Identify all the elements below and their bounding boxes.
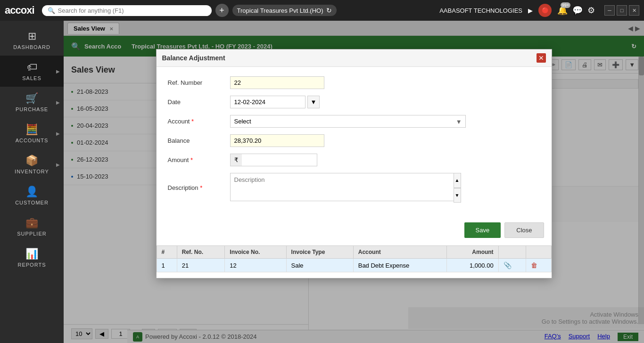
save-button[interactable]: Save [464,222,501,238]
description-textarea[interactable] [230,173,461,201]
account-required: * [191,118,194,125]
arrow-icon: ▶ [528,7,533,14]
cell-ref: 21 [177,259,225,272]
textarea-wrapper: ▲ ▼ [230,173,461,203]
account-select[interactable]: Select [230,115,466,128]
user-company: AABASOFT TECHNOLOGIES [439,7,522,14]
accounts-icon: 🧮 [25,123,38,136]
currency-icon: ₹ [230,154,242,166]
sidebar-label-inventory: INVENTORY [15,169,49,174]
date-input-wrapper: ▼ [230,96,320,108]
balance-row: Balance [168,134,540,147]
minimize-button[interactable]: ─ [604,5,615,16]
notification-area: 🔔99+ 💬 ⚙ [557,5,595,16]
description-label: Description * [168,184,224,191]
sales-arrow-icon: ▶ [56,69,60,74]
search-bar[interactable]: 🔍 [42,5,212,16]
cell-invoice-no: 12 [225,259,286,272]
sidebar-label-accounts: ACCOUNTS [16,138,49,143]
add-button[interactable]: + [215,4,229,17]
company-selector[interactable]: Tropical Treasures Pvt Ltd.(HO) ↻ [232,5,337,16]
sidebar-item-customer[interactable]: 👤 CUSTOMER [0,180,64,211]
table-row: 1 21 12 Sale Bad Debt Expense 1,000.00 📎… [157,259,551,272]
amount-row: Amount * ₹ [168,154,540,166]
col-invoice-type: Invoice Type [286,246,353,259]
restore-button[interactable]: □ [617,5,627,16]
amount-required: * [190,156,193,163]
inventory-icon: 📦 [25,155,38,167]
date-input[interactable] [230,96,305,108]
ref-number-input[interactable] [230,76,324,89]
sidebar-label-customer: CUSTOMER [15,200,49,205]
purchase-icon: 🛒 [25,92,38,105]
modal-table-section: # Ref. No. Invoice No. Invoice Type Acco… [157,245,552,278]
cell-invoice-type: Sale [286,259,353,272]
sidebar-item-dashboard[interactable]: ⊞ DASHBOARD [0,24,64,56]
ref-number-row: Ref. Number [168,76,540,89]
search-input[interactable] [58,7,206,14]
sidebar-item-supplier[interactable]: 💼 SUPPLIER [0,211,64,242]
sidebar-item-sales[interactable]: 🏷 SALES ▶ [0,56,64,87]
close-window-button[interactable]: ✕ [629,5,639,16]
sidebar-item-inventory[interactable]: 📦 INVENTORY ▶ [0,149,64,180]
main-content: Sales View ✕ ◀ ▶ 🔍 Search Acco Tropical … [64,21,644,343]
cell-edit-action[interactable]: 📎 [498,259,526,272]
company-name: Tropical Treasures Pvt Ltd.(HO) [237,7,323,14]
customer-icon: 👤 [25,186,38,198]
date-dropdown-button[interactable]: ▼ [307,96,320,108]
reports-icon: 📊 [25,248,38,260]
date-label: Date [168,98,224,106]
purchase-arrow-icon: ▶ [56,100,60,105]
user-avatar[interactable]: 🔴 [538,4,552,17]
cell-delete-action[interactable]: 🗑 [526,259,551,272]
textarea-down-button[interactable]: ▼ [454,188,461,203]
row-delete-button[interactable]: 🗑 [531,261,537,269]
sales-icon: 🏷 [27,61,37,74]
cell-account: Bad Debt Expense [353,259,446,272]
col-delete [526,246,551,259]
sidebar-label-reports: REPORTS [18,262,46,268]
sidebar-label-dashboard: DASHBOARD [13,44,50,50]
balance-label: Balance [168,137,224,144]
textarea-up-button[interactable]: ▲ [454,173,461,188]
sidebar-item-purchase[interactable]: 🛒 PURCHASE ▶ [0,87,64,118]
sidebar: ⊞ DASHBOARD 🏷 SALES ▶ 🛒 PURCHASE ▶ 🧮 ACC… [0,21,64,343]
top-right: AABASOFT TECHNOLOGIES ▶ 🔴 🔔99+ 💬 ⚙ ─ □ ✕ [439,4,639,17]
col-num: # [157,246,177,259]
account-row: Account * Select ▼ [168,115,540,128]
sidebar-label-purchase: PURCHASE [16,106,48,112]
sidebar-label-supplier: SUPPLIER [17,231,46,237]
balance-adjustment-modal: Balance Adjustment ✕ Ref. Number Date ▼ [156,49,552,278]
col-account: Account [353,246,446,259]
notifications-button[interactable]: 🔔99+ [557,5,568,16]
modal-close-button[interactable]: ✕ [537,53,546,63]
textarea-arrows: ▲ ▼ [454,173,461,203]
amount-input[interactable] [242,154,317,166]
sidebar-label-sales: SALES [22,75,41,81]
row-edit-button[interactable]: 📎 [504,261,512,269]
modal-title: Balance Adjustment [162,54,225,62]
accounts-arrow-icon: ▶ [56,131,60,136]
settings-button[interactable]: ⚙ [587,5,595,16]
col-ref-no: Ref. No. [177,246,225,259]
date-row: Date ▼ [168,96,540,108]
modal-header: Balance Adjustment ✕ [157,49,552,67]
top-bar: accoxi 🔍 + Tropical Treasures Pvt Ltd.(H… [0,0,644,21]
search-icon: 🔍 [48,7,55,14]
description-row: Description * ▲ ▼ [168,173,540,203]
messages-button[interactable]: 💬 [572,5,583,16]
sidebar-item-reports[interactable]: 📊 REPORTS [0,242,64,273]
supplier-icon: 💼 [25,217,38,229]
app-logo: accoxi [5,4,34,16]
col-invoice-no: Invoice No. [225,246,286,259]
balance-input[interactable] [230,134,324,147]
refresh-icon: ↻ [326,7,332,14]
close-button[interactable]: Close [504,222,544,238]
account-select-wrapper: Select ▼ [230,115,466,128]
sidebar-item-accounts[interactable]: 🧮 ACCOUNTS ▶ [0,118,64,149]
col-amount: Amount [446,246,498,259]
window-controls: ─ □ ✕ [604,5,639,16]
modal-body: Ref. Number Date ▼ Account * S [157,67,552,219]
amount-label: Amount * [168,156,224,163]
modal-table: # Ref. No. Invoice No. Invoice Type Acco… [157,245,552,272]
